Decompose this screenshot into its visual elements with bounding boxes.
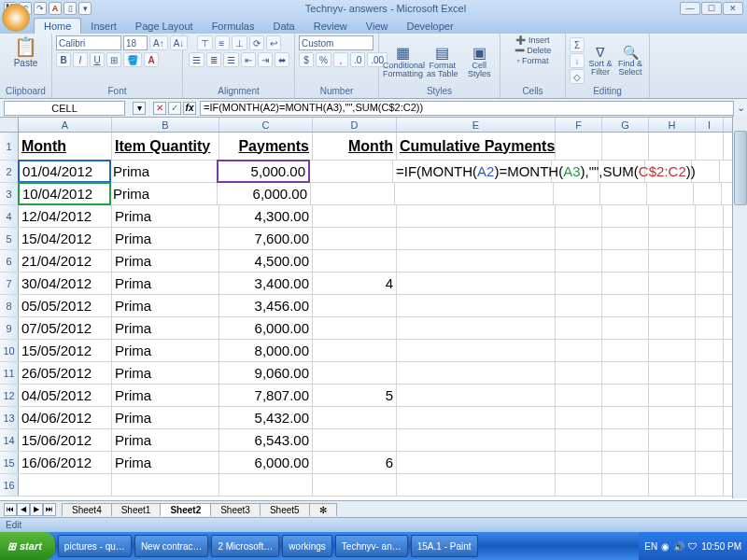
formula-input[interactable]: =IF(MONTH(A2)=MONTH(A3),"",SUM(C$2:C2)) [200, 101, 734, 116]
row-header[interactable]: 6 [0, 250, 19, 272]
col-header-e[interactable]: E [397, 118, 556, 132]
clear-icon[interactable]: ◇ [570, 69, 585, 84]
cell[interactable]: 6 [313, 452, 397, 473]
cell[interactable]: 10/04/2012 [18, 182, 111, 205]
cell[interactable]: 6,000.00 [218, 183, 311, 204]
cell[interactable]: 7,807.00 [219, 385, 313, 406]
row-header[interactable]: 15 [0, 452, 19, 473]
cell[interactable]: 01/04/2012 [18, 160, 111, 183]
cell[interactable]: 26/05/2012 [19, 362, 112, 384]
row-header[interactable]: 4 [0, 205, 19, 227]
tab-review[interactable]: Review [304, 19, 357, 34]
font-size-combo[interactable]: 18 [123, 35, 148, 50]
cell[interactable]: Prima [112, 385, 219, 406]
enter-formula-icon[interactable]: ✓ [168, 102, 181, 115]
last-sheet-icon[interactable]: ⏭ [43, 503, 56, 516]
cell[interactable]: Prima [112, 295, 219, 316]
minimize-button[interactable]: — [680, 2, 700, 15]
cell[interactable]: 7,600.00 [219, 228, 313, 249]
fill-color-button[interactable]: 🪣 [123, 52, 142, 67]
cell[interactable]: 6,543.00 [219, 429, 313, 451]
align-top-icon[interactable]: ⊤ [197, 35, 213, 50]
cell[interactable]: 4 [313, 273, 397, 294]
row-header[interactable]: 12 [0, 385, 19, 406]
cell[interactable] [397, 228, 556, 249]
clock[interactable]: 10:50 PM [701, 541, 741, 552]
align-bottom-icon[interactable]: ⊥ [232, 35, 247, 50]
expand-formula-icon[interactable]: ⌄ [734, 102, 747, 114]
merge-button[interactable]: ⬌ [275, 52, 289, 67]
prev-sheet-icon[interactable]: ◀ [17, 503, 30, 516]
cell[interactable]: 07/05/2012 [19, 317, 112, 339]
start-button[interactable]: ⊞ start [0, 532, 55, 560]
select-all-corner[interactable] [0, 118, 19, 132]
cell[interactable]: Prima [112, 228, 219, 249]
col-header-a[interactable]: A [19, 118, 112, 132]
cell[interactable] [313, 205, 397, 227]
comma-icon[interactable]: , [333, 52, 348, 67]
close-button[interactable]: ✕ [723, 2, 743, 15]
row-header[interactable]: 13 [0, 407, 19, 428]
fx-icon[interactable]: fx [183, 102, 196, 115]
sheet-tab[interactable]: Sheet5 [260, 503, 310, 516]
taskbar-item[interactable]: New contrac… [134, 535, 209, 557]
dropdown-icon[interactable]: ▾ [133, 102, 146, 115]
percent-icon[interactable]: % [316, 52, 331, 67]
cell[interactable]: Prima [112, 250, 219, 272]
tab-insert[interactable]: Insert [81, 19, 126, 34]
worksheet-grid[interactable]: A B C D E F G H I 1MonthItem QuantityPay… [0, 118, 747, 500]
number-format-combo[interactable]: Custom [299, 35, 374, 50]
cancel-formula-icon[interactable]: ✕ [153, 102, 166, 115]
insert-cells-button[interactable]: ➕ Insert [515, 35, 549, 45]
cell[interactable]: 16/06/2012 [19, 452, 112, 473]
cell[interactable]: 15/05/2012 [19, 340, 112, 361]
cell[interactable]: 3,456.00 [219, 295, 313, 316]
system-tray[interactable]: EN ◉ 🔊 🛡 10:50 PM [639, 532, 747, 560]
row-header[interactable]: 3 [0, 183, 19, 204]
cell[interactable] [397, 295, 556, 316]
tab-view[interactable]: View [357, 19, 398, 34]
wrap-text-button[interactable]: ↩ [266, 35, 281, 50]
paste-icon[interactable]: 📋 [14, 35, 37, 58]
row-header[interactable]: 16 [0, 474, 19, 496]
cell[interactable] [397, 429, 556, 451]
qat-dropdown-icon[interactable]: ▾ [78, 2, 92, 15]
cell[interactable]: 6,000.00 [219, 317, 313, 339]
cell-styles-button[interactable]: ▣Cell Styles [462, 44, 496, 78]
row-header[interactable]: 9 [0, 317, 19, 339]
format-as-table-button[interactable]: ▤Format as Table [424, 44, 460, 78]
taskbar-item[interactable]: pictures - qu… [58, 535, 132, 557]
lang-indicator[interactable]: EN [644, 541, 657, 552]
align-middle-icon[interactable]: ≡ [215, 35, 230, 50]
row-header[interactable]: 7 [0, 273, 19, 294]
name-box[interactable] [4, 101, 125, 116]
taskbar-item[interactable]: 15A.1 - Paint [411, 535, 478, 557]
col-header-f[interactable]: F [556, 118, 602, 132]
qat-icon[interactable]: ▯ [63, 2, 77, 15]
row-header[interactable]: 11 [0, 362, 19, 384]
format-cells-button[interactable]: ▫ Format [516, 56, 548, 65]
cell[interactable]: 9,060.00 [219, 362, 313, 384]
cell[interactable]: 15/06/2012 [19, 429, 112, 451]
cell[interactable] [397, 362, 556, 384]
tray-icon[interactable]: 🛡 [688, 541, 698, 552]
font-name-combo[interactable]: Calibri [56, 35, 121, 50]
cell[interactable]: 15/04/2012 [19, 228, 112, 249]
align-center-icon[interactable]: ≣ [206, 52, 221, 67]
header-cell[interactable]: Item Quantity [112, 133, 219, 160]
cell[interactable] [311, 183, 395, 204]
taskbar-item[interactable]: workings [282, 535, 331, 557]
cell[interactable]: Prima [112, 317, 219, 339]
currency-icon[interactable]: $ [299, 52, 314, 67]
cell[interactable] [313, 295, 397, 316]
cell[interactable] [309, 161, 393, 182]
conditional-formatting-button[interactable]: ▦Conditional Formatting [383, 44, 422, 78]
row-header[interactable]: 8 [0, 295, 19, 316]
cell[interactable]: 4,300.00 [219, 205, 313, 227]
tab-data[interactable]: Data [263, 19, 303, 34]
qat-icon[interactable]: A [49, 2, 62, 15]
cell[interactable]: 04/05/2012 [19, 385, 112, 406]
cell[interactable]: 8,000.00 [219, 340, 313, 361]
cell[interactable]: Prima [112, 340, 219, 361]
indent-dec-icon[interactable]: ⇤ [241, 52, 256, 67]
